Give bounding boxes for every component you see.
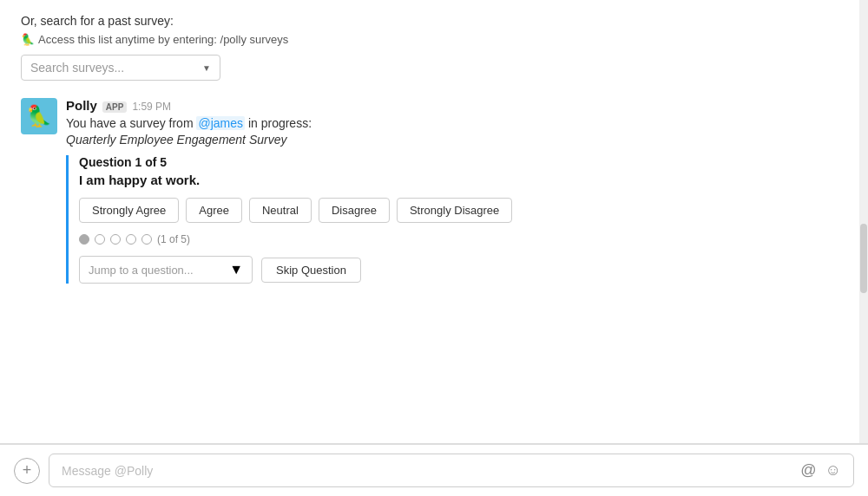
emoji-icon[interactable]: ☺ [825,461,841,480]
scrollbar[interactable] [859,0,868,443]
progress-dot-5 [141,234,152,245]
polly-icon: 🦜 [26,104,52,128]
app-badge: APP [102,101,128,113]
jump-dropdown-arrow-icon: ▼ [229,262,243,277]
message-icons: @ ☺ [800,461,841,480]
scrollbar-thumb[interactable] [860,224,867,293]
dropdown-arrow-icon: ▼ [202,63,211,73]
skip-question-button[interactable]: Skip Question [261,258,361,283]
progress-dot-4 [126,234,136,245]
progress-dot-2 [95,234,105,245]
answer-buttons: Strongly Agree Agree Neutral Disagree St… [79,198,830,223]
survey-card: Question 1 of 5 I am happy at work. Stro… [66,155,830,284]
message-placeholder: Message @Polly [62,464,153,478]
message-input-bar: + Message @Polly @ ☺ [0,444,868,496]
search-label: Or, search for a past survey: [21,14,830,28]
question-number: Question 1 of 5 [79,155,830,169]
search-hint: 🦜 Access this list anytime by entering: … [21,33,830,46]
progress-dot-1 [79,234,89,245]
message-text-before: You have a survey from [66,116,196,130]
message-text: You have a survey from @james in progres… [66,116,830,130]
message-header: Polly APP 1:59 PM [66,98,830,113]
search-placeholder: Search surveys... [30,61,202,75]
jump-to-question-dropdown[interactable]: Jump to a question... ▼ [79,256,253,284]
message-row: 🦜 Polly APP 1:59 PM You have a survey fr… [21,98,847,284]
answer-agree[interactable]: Agree [186,198,242,223]
progress-row: (1 of 5) [79,233,830,245]
search-section: Or, search for a past survey: 🦜 Access t… [21,14,847,81]
hint-icon: 🦜 [21,33,35,46]
progress-dot-3 [110,234,121,245]
sender-name: Polly [66,98,97,113]
message-text-after: in progress: [245,116,312,130]
survey-title: Quarterly Employee Engagement Survey [66,133,830,147]
answer-disagree[interactable]: Disagree [319,198,390,223]
answer-strongly-disagree[interactable]: Strongly Disagree [397,198,512,223]
jump-placeholder: Jump to a question... [89,264,224,277]
hint-text: Access this list anytime by entering: /p… [38,33,288,46]
add-attachment-button[interactable]: + [14,458,40,484]
message-mention[interactable]: @james [196,116,245,130]
search-surveys-dropdown[interactable]: Search surveys... ▼ [21,55,220,81]
message-body: Polly APP 1:59 PM You have a survey from… [66,98,830,284]
answer-neutral[interactable]: Neutral [249,198,312,223]
question-text: I am happy at work. [79,173,830,187]
jump-row: Jump to a question... ▼ Skip Question [79,256,830,284]
at-icon[interactable]: @ [800,461,816,480]
message-input-field[interactable]: Message @Polly @ ☺ [49,454,854,487]
message-timestamp: 1:59 PM [132,101,171,113]
progress-text: (1 of 5) [157,233,190,245]
answer-strongly-agree[interactable]: Strongly Agree [79,198,179,223]
avatar: 🦜 [21,98,57,134]
